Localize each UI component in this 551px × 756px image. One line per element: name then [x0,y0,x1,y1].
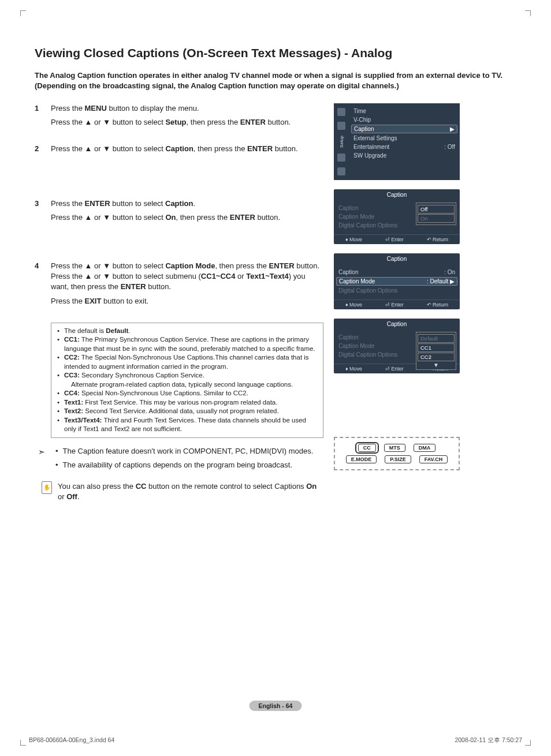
dropdown-list: Off On [416,203,456,225]
menu-item-selected: Caption Mode [339,278,375,285]
menu-item: Caption [338,205,358,211]
cc-range-bold: CC1~CC4 [201,272,236,280]
menu-icon [337,122,345,130]
remote-dma-button: DMA [414,444,436,452]
footer-file-info: BP68-00660A-00Eng_3.indd 64 [29,736,114,744]
enter-bold: ENTER [230,213,255,222]
text: Press the ▲ or ▼ button to select [51,118,165,126]
cc2-bold: CC2: [64,354,80,361]
enter-bold: ENTER [240,118,266,126]
menu-item: V-Chip [353,117,371,123]
menu-icon [337,154,345,162]
cc-bold: CC [136,482,147,491]
chevron-right-icon: ▶ [450,126,455,132]
menu-item: External Settings [353,135,397,141]
remote-emode-button: E.MODE [346,455,377,463]
footer-timestamp: 2008-02-11 오후 7:50:27 [455,736,522,744]
menu-item: Digital Caption Options [338,287,397,294]
remote-hand-icon: ✋ [42,481,52,494]
footer-enter: ⏎ Enter [385,302,404,308]
dropdown-option: Off [418,205,455,214]
text: or [58,492,66,501]
right-column: Setup Time V-Chip Caption▶ External Sett… [334,103,516,502]
note-arrow-icon: ➣ [38,446,49,458]
remote-psize-button: P.SIZE [385,455,411,463]
footer-enter: ⏎ Enter [385,237,404,242]
menu-icon [337,167,345,175]
menu-item: Entertainment [353,144,389,150]
on-bold: On [306,482,317,491]
caption-bold: Caption [165,144,193,153]
osd-setup-menu: Setup Time V-Chip Caption▶ External Sett… [334,103,460,180]
remote-favch-button: FAV.CH [419,455,448,463]
dropdown-option: Default [418,334,455,343]
menu-item: Caption [338,334,358,340]
text: button to display the menu. [107,104,199,113]
setup-side-label: Setup [339,136,344,148]
remote-tip: ✋ You can also press the CC button on th… [42,481,323,502]
menu-item: Caption Mode [338,343,374,349]
menu-item: Digital Caption Options [338,351,397,358]
text: Press the [51,297,85,305]
text34-bold: Text3/Text4: [64,417,102,424]
cc4-bold: CC4: [64,390,80,396]
text: button. [273,144,297,153]
step-1: 1 Press the MENU button to display the m… [35,103,323,131]
text: , then press the [187,118,240,126]
remote-mts-button: MTS [384,444,405,452]
text: button to select [110,199,165,208]
text: Special Non-Synchronous Use Captions. Si… [80,390,248,396]
note-2: The availability of captions depends on … [63,460,292,471]
menu-item: Caption [338,269,358,275]
text: Press the ▲ or ▼ button to select [51,144,165,153]
text: The Primary Synchronous Caption Service.… [64,336,315,352]
exit-bold: EXIT [85,297,102,305]
text1-bold: Text1: [64,399,83,406]
footer-return: ↶ Return [427,237,449,242]
text: or [235,272,246,280]
text: , then press the [193,144,247,153]
footer-move: ♦ Move [345,237,362,242]
enter-bold: ENTER [85,199,110,208]
off-bold: Off [66,492,77,501]
step-number: 1 [35,103,43,131]
setup-bold: Setup [165,118,186,126]
text: button. [266,118,291,126]
text: button to exit. [101,297,148,305]
text: The default is [64,327,106,334]
text: The Special Non-Synchronous Use Captions… [64,354,309,370]
step-number: 3 [35,199,43,226]
remote-cc-button: CC [358,444,376,452]
caption-bold: Caption [165,199,193,208]
step-number: 4 [35,261,43,310]
notes-block: ➣• The Caption feature doesn't work in C… [51,446,323,471]
enter-bold: ENTER [269,261,295,270]
menu-value: : On [444,269,455,275]
step-2: 2 Press the ▲ or ▼ button to select Capt… [35,144,323,158]
text: button on the remote control to select C… [146,482,306,491]
text-range-bold: Text1~Text4 [246,272,289,280]
footer-move: ♦ Move [345,366,362,372]
step-number: 2 [35,144,43,158]
enter-bold: ENTER [247,144,273,153]
text: Press the [51,199,85,208]
text: Press the ▲ or ▼ button to select [51,213,165,222]
text: , then press the [215,261,269,270]
page-title: Viewing Closed Captions (On-Screen Text … [35,46,516,60]
menu-bold: MENU [85,104,107,113]
menu-value: : Off [444,144,455,150]
cc1-bold: CC1: [64,336,80,343]
menu-item: Digital Caption Options [338,222,397,229]
text: Second Text Service. Additional data, us… [83,407,279,414]
intro-text: The Analog Caption function operates in … [35,70,516,91]
text2-bold: Text2: [64,407,83,414]
osd-caption-off-on: Caption Caption Caption Mode Digital Cap… [334,189,460,244]
text: First Text Service. This may be various … [83,399,277,406]
menu-item-selected: Caption [354,126,374,132]
osd-title: Caption [334,319,460,330]
text: Press the [51,104,85,113]
default-bold: Default [106,327,128,334]
step-4: 4 Press the ▲ or ▼ button to select Capt… [35,261,323,310]
on-bold: On [165,213,176,222]
dropdown-option: CC1 [418,343,455,352]
